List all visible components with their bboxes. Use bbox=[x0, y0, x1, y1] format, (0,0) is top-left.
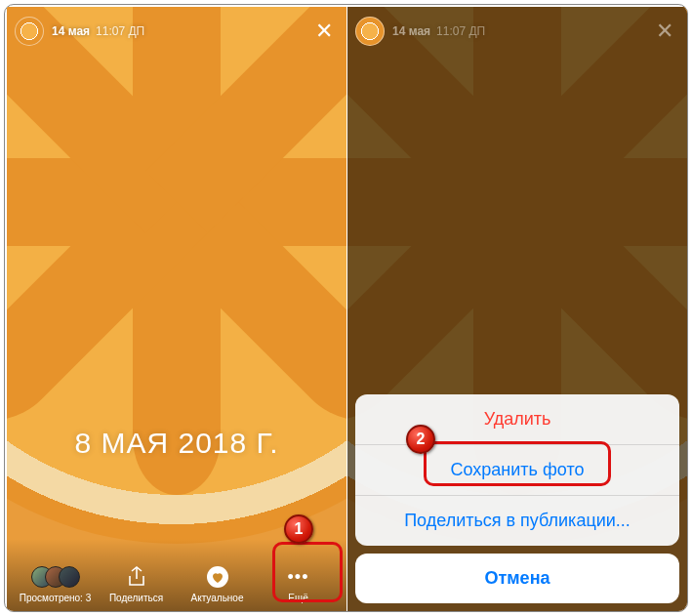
tutorial-frame: 14 мая 11:07 ДП ✕ 8 МАЯ 2018 Г. Просмотр… bbox=[4, 4, 688, 612]
story-date: 14 мая bbox=[52, 24, 90, 38]
story-date: 14 мая bbox=[392, 24, 430, 38]
close-icon[interactable]: ✕ bbox=[309, 19, 339, 44]
share-to-post-option[interactable]: Поделиться в публикации... bbox=[355, 495, 679, 546]
profile-avatar bbox=[355, 17, 385, 46]
story-header: 14 мая 11:07 ДП ✕ bbox=[15, 15, 339, 48]
highlight-box-1 bbox=[272, 542, 343, 602]
delete-option[interactable]: Удалить bbox=[355, 394, 679, 444]
story-caption: 8 МАЯ 2018 Г. bbox=[7, 427, 346, 460]
share-label: Поделиться bbox=[109, 593, 163, 603]
story-time: 11:07 ДП bbox=[96, 24, 144, 38]
story-time: 11:07 ДП bbox=[436, 24, 485, 38]
heart-icon bbox=[206, 563, 229, 591]
cancel-button[interactable]: Отмена bbox=[355, 554, 679, 603]
story-timestamp: 14 мая 11:07 ДП bbox=[392, 24, 485, 38]
story-timestamp: 14 мая 11:07 ДП bbox=[52, 24, 144, 38]
viewers-icon bbox=[31, 563, 80, 591]
views-label: Просмотрено: 3 bbox=[20, 593, 91, 603]
profile-avatar[interactable] bbox=[15, 17, 44, 46]
story-actionsheet-screen: 14 мая 11:07 ДП ✕ Удалить Сохранить фото… bbox=[347, 7, 687, 611]
step-badge-1: 1 bbox=[284, 514, 313, 544]
share-button[interactable]: Поделиться bbox=[96, 563, 177, 603]
step-badge-2: 2 bbox=[406, 425, 435, 454]
highlight-button[interactable]: Актуальное bbox=[177, 563, 258, 603]
share-icon bbox=[127, 563, 146, 591]
story-viewer-screen: 14 мая 11:07 ДП ✕ 8 МАЯ 2018 Г. Просмотр… bbox=[7, 7, 346, 611]
story-header: 14 мая 11:07 ДП ✕ bbox=[355, 15, 679, 48]
action-sheet: Удалить Сохранить фото Поделиться в публ… bbox=[355, 394, 679, 603]
views-button[interactable]: Просмотрено: 3 bbox=[15, 563, 96, 603]
close-icon: ✕ bbox=[650, 19, 679, 44]
highlight-label: Актуальное bbox=[191, 593, 244, 603]
highlight-box-2 bbox=[424, 441, 611, 486]
